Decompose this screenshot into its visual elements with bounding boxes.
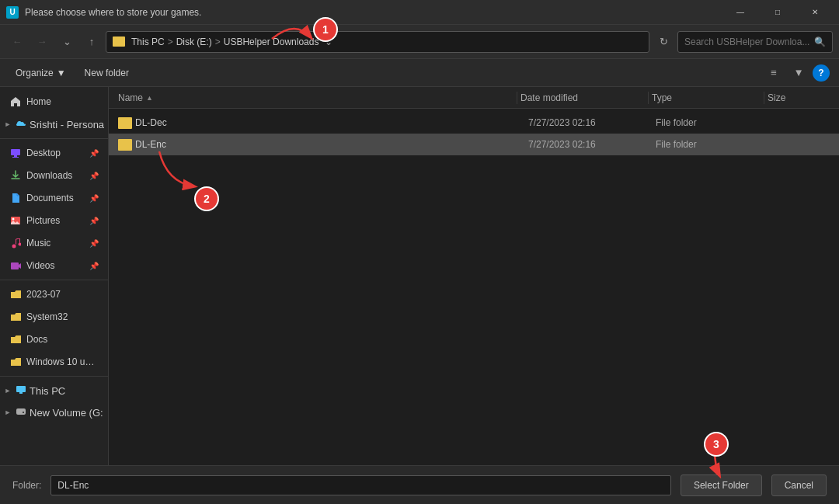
cloud-icon	[16, 119, 26, 130]
folder-win10-icon	[9, 356, 22, 368]
folder-system32-label: System32	[26, 311, 68, 322]
annotation-1: 1	[315, 19, 336, 40]
sidebar-item-music[interactable]: Music 📌	[3, 232, 105, 254]
sidebar-item-new-volume-expand[interactable]: ► New Volume (G:	[0, 401, 108, 423]
close-button[interactable]: ✕	[797, 0, 833, 25]
svg-rect-10	[16, 408, 26, 415]
address-bar[interactable]: This PC > Disk (E:) > USBHelper Download…	[106, 31, 649, 53]
search-input[interactable]	[684, 36, 811, 47]
bottom-bar: Folder: Select Folder Cancel	[0, 465, 839, 504]
main-area: Home ► Srishti - Persona	[0, 87, 839, 465]
svg-rect-1	[14, 155, 17, 157]
documents-label: Documents	[26, 193, 74, 203]
view-dropdown-button[interactable]: ▼	[788, 63, 809, 83]
col-sep-3	[764, 92, 764, 104]
breadcrumb-sep-2: >	[215, 36, 221, 47]
new-folder-label: New folder	[85, 68, 129, 78]
sidebar-item-home[interactable]: Home	[3, 91, 105, 113]
organize-dropdown-icon: ▼	[57, 68, 66, 78]
dropdown-button[interactable]: ⌄	[56, 31, 78, 53]
sidebar-item-docs[interactable]: Docs	[3, 328, 105, 350]
col-sep-2	[648, 92, 649, 104]
file-row-dl-dec[interactable]: DL-Dec 7/27/2023 02:16 File folder	[109, 112, 839, 134]
svg-point-11	[23, 412, 24, 413]
documents-icon	[9, 192, 22, 204]
sidebar-item-2023[interactable]: 2023-07	[3, 283, 105, 305]
column-header-size[interactable]: Size	[768, 92, 830, 103]
column-header-type[interactable]: Type	[652, 92, 761, 103]
folder-dl-dec-icon	[118, 117, 132, 129]
file-row-dl-enc[interactable]: DL-Enc 7/27/2023 02:16 File folder	[109, 134, 839, 155]
sidebar-item-downloads[interactable]: Downloads 📌	[3, 165, 105, 186]
breadcrumb-disk[interactable]: Disk (E:)	[176, 36, 212, 47]
search-bar[interactable]: 🔍	[677, 31, 833, 53]
home-label: Home	[26, 96, 51, 107]
sidebar-item-srishti-expand[interactable]: ► Srishti - Persona	[0, 113, 108, 135]
minimize-button[interactable]: —	[722, 0, 758, 25]
videos-pin-icon: 📌	[89, 262, 99, 270]
downloads-icon	[9, 169, 22, 182]
cancel-button[interactable]: Cancel	[771, 474, 827, 496]
downloads-label: Downloads	[26, 170, 72, 181]
breadcrumb-this-pc[interactable]: This PC	[131, 36, 165, 47]
file-dl-enc-date: 7/27/2023 02:16	[528, 139, 653, 150]
sidebar-item-system32[interactable]: System32	[3, 306, 105, 328]
select-folder-button[interactable]: Select Folder	[681, 474, 762, 496]
up-button[interactable]: ↑	[81, 31, 103, 53]
sidebar: Home ► Srishti - Persona	[0, 87, 109, 465]
title-bar-controls: — □ ✕	[722, 0, 833, 25]
back-button[interactable]: ←	[6, 31, 28, 53]
file-area: Name ▲ Date modified Type Size	[109, 87, 839, 465]
address-folder-icon	[113, 36, 125, 47]
sidebar-item-win10[interactable]: Windows 10 usu..	[3, 351, 105, 373]
folder-docs-icon	[9, 333, 22, 346]
sidebar-divider-1	[0, 138, 108, 139]
folder-win10-label: Windows 10 usu..	[26, 356, 99, 367]
sidebar-item-desktop[interactable]: Desktop 📌	[3, 142, 105, 164]
col-date-label: Date modified	[520, 92, 578, 103]
view-icon: ≡	[771, 67, 777, 78]
folder-input[interactable]	[50, 475, 671, 495]
maximize-button[interactable]: □	[760, 0, 795, 25]
col-name-label: Name	[118, 92, 143, 103]
music-icon	[9, 237, 22, 249]
breadcrumb-folder[interactable]: USBHelper Downloads	[224, 36, 319, 47]
svg-point-6	[18, 242, 21, 245]
breadcrumb-sep-1: >	[168, 36, 173, 47]
col-type-label: Type	[652, 92, 672, 103]
documents-pin-icon: 📌	[89, 194, 99, 203]
file-dl-dec-type: File folder	[656, 117, 764, 128]
svg-point-4	[12, 218, 15, 221]
videos-label: Videos	[26, 260, 54, 271]
column-header-date[interactable]: Date modified	[520, 92, 645, 103]
view-button[interactable]: ≡	[763, 63, 785, 83]
help-button[interactable]: ?	[813, 64, 830, 82]
new-folder-button[interactable]: New folder	[78, 63, 135, 83]
sidebar-item-videos[interactable]: Videos 📌	[3, 255, 105, 276]
column-header-name[interactable]: Name ▲	[118, 92, 513, 103]
svg-rect-0	[11, 149, 20, 155]
file-dl-dec-date: 7/27/2023 02:16	[528, 117, 653, 128]
folder-2023-label: 2023-07	[26, 289, 61, 300]
organize-button[interactable]: Organize ▼	[9, 63, 72, 83]
col-name-sort: ▲	[146, 94, 153, 102]
file-dl-dec-name: DL-Dec	[135, 117, 525, 128]
svg-rect-2	[12, 157, 19, 158]
svg-rect-8	[16, 386, 26, 392]
file-dl-enc-name: DL-Enc	[135, 139, 525, 150]
sidebar-item-this-pc-expand[interactable]: ► This PC	[0, 380, 108, 401]
sidebar-item-documents[interactable]: Documents 📌	[3, 187, 105, 209]
forward-button[interactable]: →	[31, 31, 53, 53]
file-list-header: Name ▲ Date modified Type Size	[109, 87, 839, 109]
this-pc-label: This PC	[30, 385, 65, 397]
expand-arrow-new-volume: ►	[3, 408, 12, 417]
app-icon: U	[6, 6, 19, 19]
new-volume-label: New Volume (G:	[30, 407, 103, 419]
folder-dl-enc-icon	[118, 139, 132, 151]
sidebar-item-pictures[interactable]: Pictures 📌	[3, 210, 105, 231]
refresh-button[interactable]: ↻	[653, 31, 674, 53]
folder-system32-icon	[9, 311, 22, 323]
toolbar-right: ≡ ▼ ?	[763, 63, 830, 83]
folder-label: Folder:	[12, 480, 41, 491]
desktop-pin-icon: 📌	[89, 149, 99, 158]
